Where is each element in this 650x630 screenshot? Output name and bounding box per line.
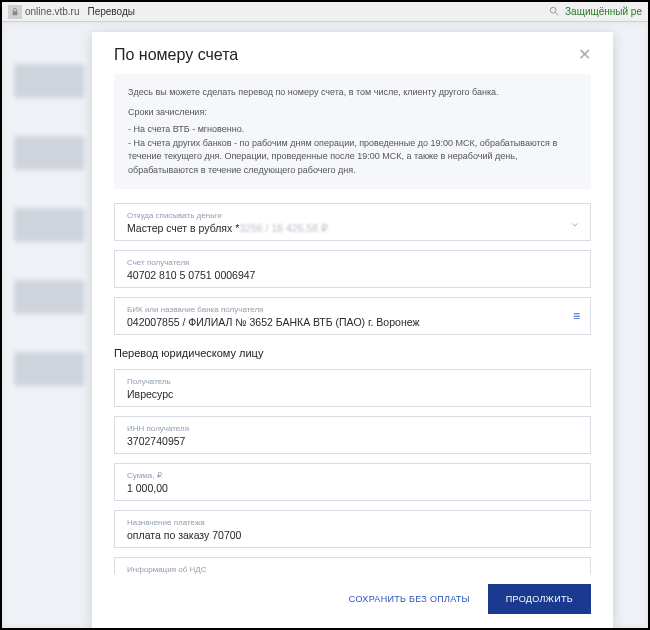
field-label: Получатель <box>127 377 578 386</box>
chevron-down-icon: ⌵ <box>572 217 578 228</box>
modal-title: По номеру счета <box>114 46 238 64</box>
info-panel: Здесь вы можете сделать перевод по номер… <box>114 74 591 189</box>
save-without-pay-button[interactable]: СОХРАНИТЬ БЕЗ ОПЛАТЫ <box>349 594 470 604</box>
modal-header: По номеру счета ✕ <box>92 32 613 74</box>
from-account-field[interactable]: Откуда списывать деньги Мастер счет в ру… <box>114 203 591 241</box>
field-label: Информация об НДС <box>127 565 578 574</box>
info-lead: Здесь вы можете сделать перевод по номер… <box>128 86 577 100</box>
svg-point-1 <box>550 7 556 13</box>
field-label: Счет получателя <box>127 258 578 267</box>
secure-badge: Защищённый ре <box>565 6 642 17</box>
field-value: 40702 810 5 0751 0006947 <box>127 269 578 281</box>
transfer-modal: По номеру счета ✕ Здесь вы можете сделат… <box>92 32 613 628</box>
nds-field[interactable]: Информация об НДС , НДС не облагается ⌵ <box>114 557 591 574</box>
browser-url-bar: online.vtb.ru Переводы Защищённый ре <box>2 2 648 22</box>
modal-footer: СОХРАНИТЬ БЕЗ ОПЛАТЫ ПРОДОЛЖИТЬ <box>92 574 613 628</box>
continue-button[interactable]: ПРОДОЛЖИТЬ <box>488 584 591 614</box>
bank-icon: ≡ <box>573 309 578 323</box>
field-value: оплата по заказу 70700 <box>127 529 578 541</box>
close-icon[interactable]: ✕ <box>578 47 591 63</box>
field-label: Сумма, ₽ <box>127 471 578 480</box>
lock-icon <box>8 5 22 19</box>
bank-bik-field[interactable]: БИК или название банка получателя 042007… <box>114 297 591 335</box>
amount-field[interactable]: Сумма, ₽ 1 000,00 <box>114 463 591 501</box>
inn-field[interactable]: ИНН получателя 3702740957 <box>114 416 591 454</box>
field-label: Откуда списывать деньги <box>127 211 578 220</box>
search-icon[interactable] <box>549 6 559 18</box>
field-label: Назначение платежа <box>127 518 578 527</box>
page-title: Переводы <box>87 6 134 17</box>
field-value: 3702740957 <box>127 435 578 447</box>
payee-field[interactable]: Получатель Ивресурс <box>114 369 591 407</box>
field-value: 1 000,00 <box>127 482 578 494</box>
purpose-field[interactable]: Назначение платежа оплата по заказу 7070… <box>114 510 591 548</box>
recipient-account-field[interactable]: Счет получателя 40702 810 5 0751 0006947 <box>114 250 591 288</box>
url-domain: online.vtb.ru <box>25 6 79 17</box>
field-label: БИК или название банка получателя <box>127 305 578 314</box>
info-line-2: - На счета других банков - по рабочим дн… <box>128 137 577 178</box>
field-label: ИНН получателя <box>127 424 578 433</box>
chevron-down-icon: ⌵ <box>572 571 578 575</box>
section-heading: Перевод юридическому лицу <box>114 347 591 359</box>
svg-rect-0 <box>13 11 18 15</box>
field-value: 042007855 / ФИЛИАЛ № 3652 БАНКА ВТБ (ПАО… <box>127 316 578 328</box>
svg-line-2 <box>556 12 559 15</box>
field-value: Мастер счет в рублях *3256 / 16 426,58 ₽ <box>127 222 578 234</box>
info-line-1: - На счета ВТБ - мгновенно. <box>128 123 577 137</box>
info-subhead: Сроки зачисления: <box>128 106 577 120</box>
modal-body: Здесь вы можете сделать перевод по номер… <box>92 74 613 574</box>
field-value: Ивресурс <box>127 388 578 400</box>
